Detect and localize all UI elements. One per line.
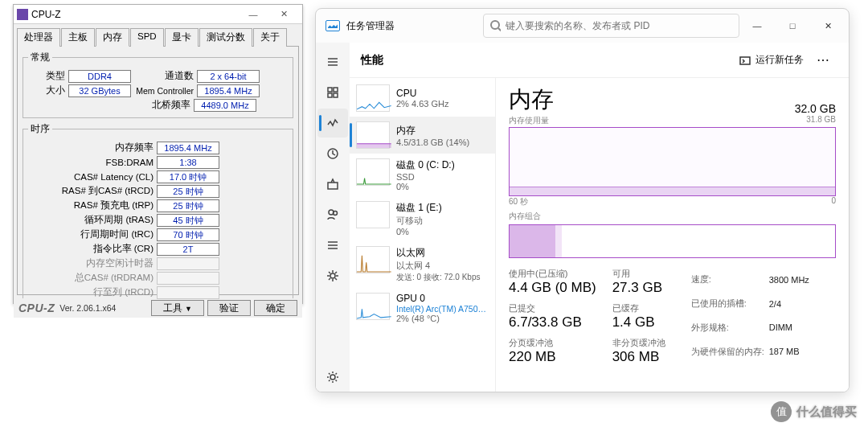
cpuz-logo: CPU-Z <box>18 302 55 314</box>
nav-performance-icon[interactable] <box>317 109 348 138</box>
svg-rect-8 <box>334 93 338 97</box>
memctrl-value: 1895.4 MHz <box>197 84 260 97</box>
run-icon <box>739 55 751 66</box>
trc-value: 70 时钟 <box>157 228 219 241</box>
memory-chart[interactable] <box>509 127 836 196</box>
tm-nav <box>316 43 350 392</box>
tras-label: 循环周期 (tRAS) <box>28 214 154 226</box>
more-button[interactable]: ⋯ <box>810 52 837 68</box>
svg-rect-7 <box>328 93 332 97</box>
cpuz-body: 常规 类型 DDR4 通道数 2 x 64-bit 大小 32 GBytes M… <box>17 46 299 295</box>
nav-menu-icon[interactable] <box>317 47 348 76</box>
tm-title: 任务管理器 <box>346 19 467 33</box>
svg-rect-18 <box>740 57 750 64</box>
tab-graphics[interactable]: 显卡 <box>165 28 199 47</box>
svg-line-1 <box>498 28 501 31</box>
memory-specs: 速度:3800 MHz 已使用的插槽:2/4 外形规格:DIMM 为硬件保留的内… <box>690 268 814 365</box>
search-box[interactable] <box>483 14 739 38</box>
fsbdram-label: FSB:DRAM <box>28 158 154 167</box>
nav-processes-icon[interactable] <box>317 78 348 107</box>
trdram-value <box>157 272 219 285</box>
trp-value: 25 时钟 <box>157 199 219 212</box>
cached-label: 已缓存 <box>612 302 665 314</box>
tab-cpu[interactable]: 处理器 <box>17 28 60 47</box>
nbfreq-value: 4489.0 MHz <box>194 99 256 112</box>
nav-history-icon[interactable] <box>317 139 348 168</box>
svg-rect-6 <box>334 88 338 92</box>
ok-button[interactable]: 确定 <box>254 300 297 316</box>
minimize-button[interactable]: — <box>739 14 775 38</box>
cpuz-tabs: 处理器 主板 内存 SPD 显卡 测试分数 关于 <box>14 24 302 46</box>
taskmgr-window: 任务管理器 — □ ✕ 性能 <box>315 8 850 392</box>
detail-title: 内存 <box>509 84 795 115</box>
watermark-text: 什么值得买 <box>796 404 857 420</box>
taskmgr-app-icon <box>326 20 340 31</box>
minimize-button[interactable]: — <box>238 10 268 19</box>
type-value: DDR4 <box>68 70 131 83</box>
tm-detail: 内存 32.0 GB 内存使用量31.8 GB 60 秒0 内存组合 使用中(已… <box>496 78 849 392</box>
close-button[interactable]: ✕ <box>268 9 299 19</box>
nav-details-icon[interactable] <box>317 231 348 260</box>
usage-label: 内存使用量 <box>509 115 549 126</box>
list-item-disk1[interactable]: 磁盘 1 (E:)可移动0% <box>350 196 495 241</box>
search-input[interactable] <box>506 20 732 31</box>
xaxis-left: 60 秒 <box>509 196 528 207</box>
paged-value: 220 MB <box>509 349 596 365</box>
paged-label: 分页缓冲池 <box>509 337 596 349</box>
watermark-icon: 值 <box>771 401 792 422</box>
tools-button[interactable]: 工具 ▼ <box>151 300 204 316</box>
group-timings-legend: 时序 <box>28 123 52 135</box>
run-new-task-button[interactable]: 运行新任务 <box>733 50 810 70</box>
list-item-ethernet[interactable]: 以太网以太网 4发送: 0 接收: 72.0 Kbps <box>350 241 495 288</box>
memctrl-label: Mem Controller <box>131 86 194 96</box>
cr-label: 指令比率 (CR) <box>28 243 154 255</box>
list-item-memory[interactable]: 内存4.5/31.8 GB (14%) <box>350 117 495 154</box>
group-timings: 时序 内存频率1895.4 MHz FSB:DRAM1:38 CAS# Late… <box>23 123 293 306</box>
list-item-cpu[interactable]: CPU2% 4.63 GHz <box>350 80 495 117</box>
dramfreq-label: 内存频率 <box>28 142 154 154</box>
cpuz-title: CPU-Z <box>31 9 238 20</box>
nav-startup-icon[interactable] <box>317 170 348 199</box>
inuse-label: 使用中(已压缩) <box>509 268 596 280</box>
svg-rect-5 <box>328 88 332 92</box>
tm-titlebar[interactable]: 任务管理器 — □ ✕ <box>316 9 849 43</box>
close-button[interactable]: ✕ <box>810 14 845 38</box>
tab-bench[interactable]: 测试分数 <box>199 28 252 47</box>
validate-button[interactable]: 验证 <box>207 300 251 316</box>
trc-label: 行周期时间 (tRC) <box>28 228 154 240</box>
watermark: 值 什么值得买 <box>771 401 857 422</box>
list-item-disk0[interactable]: 磁盘 0 (C: D:)SSD0% <box>350 154 495 196</box>
nav-services-icon[interactable] <box>317 261 348 290</box>
svg-point-17 <box>330 375 335 380</box>
maximize-button[interactable]: □ <box>775 14 810 38</box>
usage-right: 31.8 GB <box>806 115 836 126</box>
comp-label: 内存组合 <box>509 211 541 222</box>
tab-mainboard[interactable]: 主板 <box>61 28 95 47</box>
list-item-gpu0[interactable]: GPU 0Intel(R) Arc(TM) A750…2% (48 °C) <box>350 288 495 328</box>
cpuz-footer: CPU-Z Ver. 2.06.1.x64 工具 ▼ 验证 确定 <box>14 298 302 318</box>
memory-composition[interactable] <box>509 224 836 258</box>
search-icon <box>490 20 501 31</box>
svg-point-0 <box>491 21 499 29</box>
commit-value: 6.7/33.8 GB <box>509 314 596 331</box>
svg-rect-10 <box>328 183 338 189</box>
cpuz-titlebar[interactable]: CPU-Z — ✕ <box>14 5 302 24</box>
channels-label: 通道数 <box>131 70 194 82</box>
cpuz-version: Ver. 2.06.1.x64 <box>59 303 116 313</box>
trcd-label: RAS# 到CAS# (tRCD) <box>28 185 154 197</box>
nav-settings-icon[interactable] <box>317 363 348 392</box>
cl-value: 17.0 时钟 <box>157 170 219 183</box>
tab-about[interactable]: 关于 <box>253 28 287 47</box>
tras-value: 45 时钟 <box>157 214 219 227</box>
nbfreq-label: 北桥频率 <box>131 99 190 111</box>
nav-users-icon[interactable] <box>317 200 348 229</box>
size-value: 32 GBytes <box>68 84 131 97</box>
tab-spd[interactable]: SPD <box>130 28 164 47</box>
idle-value <box>157 257 219 270</box>
tab-memory[interactable]: 内存 <box>96 28 129 47</box>
dramfreq-value: 1895.4 MHz <box>157 142 219 154</box>
nonpaged-label: 非分页缓冲池 <box>612 337 665 349</box>
tm-header: 性能 运行新任务 ⋯ <box>350 43 849 78</box>
tm-resource-list: CPU2% 4.63 GHz 内存4.5/31.8 GB (14%) 磁盘 0 … <box>350 78 496 392</box>
header-title: 性能 <box>361 53 733 68</box>
